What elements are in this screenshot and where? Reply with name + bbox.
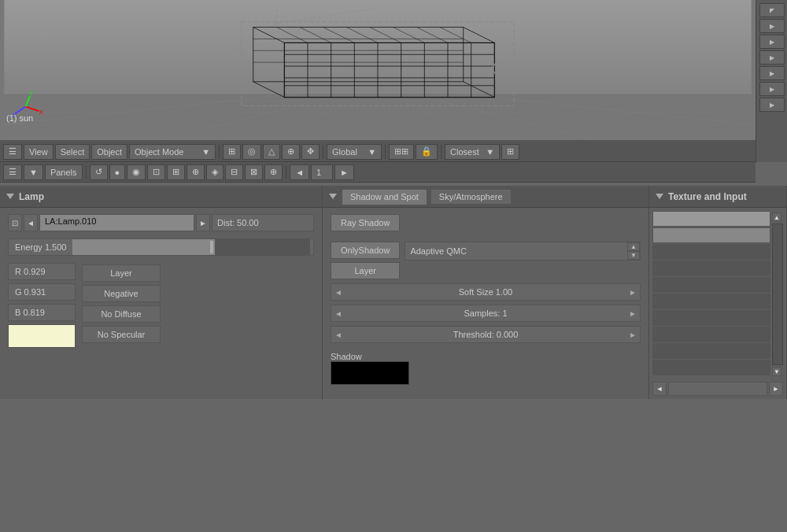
nav-btn-6[interactable]: ▶ <box>759 82 785 96</box>
tb2-icon7[interactable]: ⊕ <box>187 164 205 180</box>
b-slider-row[interactable]: B 0.819 <box>8 304 76 321</box>
no-specular-button[interactable]: No Specular <box>82 326 161 343</box>
tb2-icon11[interactable]: ⊕ <box>264 164 283 180</box>
only-shadow-button[interactable]: OnlyShadow <box>331 242 400 259</box>
adaptive-qmc-arrows[interactable]: ▲ ▼ <box>627 242 640 260</box>
shadow-tab-sky[interactable]: Sky/Atmosphere <box>430 189 512 205</box>
tb2-icon3[interactable]: ● <box>109 164 126 180</box>
layer-button[interactable]: Layer <box>82 264 161 282</box>
g-label: G 0.931 <box>9 287 72 297</box>
viewport-3d[interactable]: Camera Persp <box>0 0 756 142</box>
closest-dropdown[interactable]: Closest ▼ <box>445 144 500 160</box>
lock-btn[interactable]: 🔒 <box>416 144 438 160</box>
menu-icon-btn[interactable]: ☰ <box>3 144 22 160</box>
tb2-prev-page[interactable]: ◄ <box>290 164 309 180</box>
tb2-icon2[interactable]: ↺ <box>90 164 108 180</box>
tb2-icon4[interactable]: ◉ <box>127 164 146 180</box>
magnet-btn[interactable]: ◎ <box>242 144 261 160</box>
soft-size-left[interactable]: ◄ <box>331 284 345 300</box>
svg-rect-1 <box>4 94 751 140</box>
select-menu[interactable]: Select <box>55 144 91 160</box>
tb2-icon8[interactable]: ◈ <box>206 164 224 180</box>
tb2-icon5[interactable]: ⊡ <box>147 164 165 180</box>
samples-right[interactable]: ► <box>626 305 640 321</box>
no-diffuse-button[interactable]: No Diffuse <box>82 305 161 323</box>
panels-label-btn[interactable]: Panels <box>45 164 83 180</box>
tex-scroll-down[interactable]: ▼ <box>772 367 781 376</box>
tb2-icon10[interactable]: ⊠ <box>245 164 263 180</box>
move-btn[interactable]: ✥ <box>301 144 320 160</box>
shadow-tab-shadow[interactable]: Shadow and Spot <box>342 189 427 205</box>
tb2-next-page[interactable]: ► <box>334 164 354 180</box>
snap-btn[interactable]: ⊞ <box>223 144 241 160</box>
threshold-right[interactable]: ► <box>626 327 640 342</box>
r-slider-row[interactable]: R 0.929 <box>8 263 76 280</box>
view-menu[interactable]: View <box>24 144 54 160</box>
object-menu[interactable]: Object <box>91 144 127 160</box>
nav-btn-2[interactable]: ▶ <box>759 19 785 33</box>
texture-slots-col <box>652 211 770 376</box>
texture-panel: Texture and Input <box>649 186 787 399</box>
tex-sel-left[interactable]: ◄ <box>652 382 667 396</box>
texture-slot-7[interactable] <box>652 310 770 326</box>
texture-slot-10[interactable] <box>652 360 770 375</box>
soft-size-row[interactable]: ◄ Soft Size 1.00 ► <box>331 283 641 301</box>
nav-btn-7[interactable]: ▶ <box>759 98 785 112</box>
texture-slot-8[interactable] <box>652 327 770 342</box>
qmc-down[interactable]: ▼ <box>627 251 640 260</box>
lamp-name-field[interactable]: LA:Lamp.010 <box>39 214 194 231</box>
nav-btn-5[interactable]: ▶ <box>759 66 785 80</box>
closest-icon: ▼ <box>486 147 494 157</box>
texture-slot-9[interactable] <box>652 343 770 359</box>
shadow-collapse-triangle[interactable] <box>329 194 337 199</box>
lamp-color-swatch[interactable] <box>8 324 76 348</box>
nav-btn-3[interactable]: ▶ <box>759 35 785 49</box>
lamp-prev-btn[interactable]: ◄ <box>24 214 38 231</box>
soft-size-right[interactable]: ► <box>626 284 640 300</box>
lamp-collapse-triangle[interactable] <box>6 194 14 199</box>
tb2-arrow[interactable]: ▼ <box>24 164 43 180</box>
negative-button[interactable]: Negative <box>82 285 161 302</box>
shadow-layer-button[interactable]: Layer <box>331 262 400 279</box>
object-mode-dropdown[interactable]: Object Mode ▼ <box>129 144 216 160</box>
adaptive-qmc-select-wrapper[interactable]: Adaptive QMC ▲ ▼ <box>405 242 641 260</box>
g-slider-row[interactable]: G 0.931 <box>8 283 76 301</box>
lamp-next-btn[interactable]: ► <box>196 214 210 231</box>
lamp-dist-field[interactable]: Dist: 50.00 <box>212 214 314 231</box>
main-container: Camera Persp <box>0 0 787 532</box>
tex-scroll-up[interactable]: ▲ <box>772 212 781 222</box>
tb2-icon6[interactable]: ⊞ <box>167 164 185 180</box>
prop-btn[interactable]: △ <box>263 144 280 160</box>
texture-slot-1[interactable] <box>652 211 770 227</box>
energy-slider-row[interactable]: Energy 1.500 <box>8 238 314 256</box>
tb2-icon1[interactable]: ☰ <box>3 164 22 180</box>
grid-btn[interactable]: ⊞⊞ <box>389 144 414 160</box>
threshold-row[interactable]: ◄ Threshold: 0.000 ► <box>331 326 641 343</box>
samples-left[interactable]: ◄ <box>331 305 345 321</box>
cursor-btn[interactable]: ⊕ <box>282 144 300 160</box>
texture-slot-3[interactable] <box>652 244 770 260</box>
texture-slot-4[interactable] <box>652 260 770 276</box>
ray-shadow-button[interactable]: Ray Shadow <box>331 214 400 231</box>
shadow-color-swatch[interactable] <box>331 361 409 385</box>
energy-slider-bar[interactable] <box>72 239 310 255</box>
samples-row[interactable]: ◄ Samples: 1 ► <box>331 305 641 322</box>
texture-collapse-triangle[interactable] <box>656 194 663 199</box>
texture-slot-2[interactable] <box>652 227 770 243</box>
tb2-icon9[interactable]: ⊟ <box>225 164 243 180</box>
nav-btn-1[interactable]: ◤ <box>759 3 785 17</box>
shadow-options-row: OnlyShadow Layer Adaptive QMC ▲ ▼ <box>331 242 641 279</box>
texture-slot-5[interactable] <box>652 277 770 293</box>
adaptive-qmc-label: Adaptive QMC <box>405 246 627 256</box>
lamp-selector-icon[interactable]: ⊡ <box>8 214 22 231</box>
extra-btn[interactable]: ⊞ <box>501 144 519 160</box>
tex-sel-right[interactable]: ► <box>769 382 783 396</box>
texture-slot-6[interactable] <box>652 294 770 309</box>
threshold-label: Threshold: 0.000 <box>345 330 626 339</box>
global-label: Global <box>332 147 357 157</box>
threshold-left[interactable]: ◄ <box>331 327 345 342</box>
nav-btn-4[interactable]: ▶ <box>759 50 785 65</box>
energy-slider-handle[interactable] <box>210 241 213 253</box>
qmc-up[interactable]: ▲ <box>627 242 640 251</box>
global-dropdown[interactable]: Global ▼ <box>327 144 382 160</box>
